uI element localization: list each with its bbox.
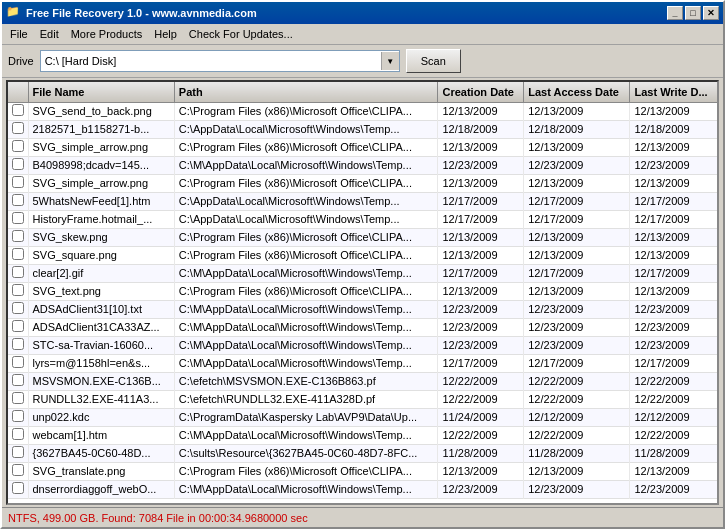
row-checkbox[interactable] bbox=[12, 392, 24, 404]
cell-creation: 12/22/2009 bbox=[438, 426, 524, 444]
cell-filename: ADSAdClient31[10].txt bbox=[28, 300, 174, 318]
row-checkbox[interactable] bbox=[12, 140, 24, 152]
main-window: 📁 Free File Recovery 1.0 - www.avnmedia.… bbox=[0, 0, 725, 529]
drive-combo[interactable]: C:\ [Hard Disk] ▼ bbox=[40, 50, 400, 72]
cell-write: 12/18/2009 bbox=[630, 120, 717, 138]
cell-filename: clear[2].gif bbox=[28, 264, 174, 282]
cell-write: 12/13/2009 bbox=[630, 228, 717, 246]
cell-path: C:\ProgramData\Kaspersky Lab\AVP9\Data\U… bbox=[174, 408, 438, 426]
cell-path: C:\M\AppData\Local\Microsoft\Windows\Tem… bbox=[174, 336, 438, 354]
row-checkbox[interactable] bbox=[12, 320, 24, 332]
cell-write: 11/28/2009 bbox=[630, 444, 717, 462]
maximize-button[interactable]: □ bbox=[685, 6, 701, 20]
cell-write: 12/17/2009 bbox=[630, 354, 717, 372]
row-checkbox[interactable] bbox=[12, 176, 24, 188]
row-checkbox[interactable] bbox=[12, 248, 24, 260]
cell-creation: 12/23/2009 bbox=[438, 156, 524, 174]
cell-access: 12/13/2009 bbox=[524, 138, 630, 156]
cell-creation: 12/13/2009 bbox=[438, 228, 524, 246]
cell-path: C:\M\AppData\Local\Microsoft\Windows\Tem… bbox=[174, 300, 438, 318]
cell-filename: webcam[1].htm bbox=[28, 426, 174, 444]
menu-item-check-updates[interactable]: Check For Updates... bbox=[183, 26, 299, 42]
cell-write: 12/12/2009 bbox=[630, 408, 717, 426]
cell-access: 12/23/2009 bbox=[524, 318, 630, 336]
row-checkbox[interactable] bbox=[12, 212, 24, 224]
row-checkbox[interactable] bbox=[12, 356, 24, 368]
row-checkbox[interactable] bbox=[12, 428, 24, 440]
cell-filename: SVG_text.png bbox=[28, 282, 174, 300]
row-checkbox[interactable] bbox=[12, 284, 24, 296]
menu-item-help[interactable]: Help bbox=[148, 26, 183, 42]
cell-creation: 12/22/2009 bbox=[438, 390, 524, 408]
table-row: SVG_send_to_back.pngC:\Program Files (x8… bbox=[8, 102, 717, 120]
cell-path: C:\M\AppData\Local\Microsoft\Windows\Tem… bbox=[174, 156, 438, 174]
table-row: unp022.kdcC:\ProgramData\Kaspersky Lab\A… bbox=[8, 408, 717, 426]
cell-creation: 12/13/2009 bbox=[438, 102, 524, 120]
table-row: SVG_text.pngC:\Program Files (x86)\Micro… bbox=[8, 282, 717, 300]
cell-path: C:\sults\Resource\{3627BA45-0C60-48D7-8F… bbox=[174, 444, 438, 462]
drive-combo-value: C:\ [Hard Disk] bbox=[45, 55, 381, 67]
row-checkbox[interactable] bbox=[12, 410, 24, 422]
col-header-path[interactable]: Path bbox=[174, 82, 438, 102]
cell-creation: 12/13/2009 bbox=[438, 462, 524, 480]
table-row: webcam[1].htmC:\M\AppData\Local\Microsof… bbox=[8, 426, 717, 444]
cell-access: 12/22/2009 bbox=[524, 372, 630, 390]
cell-path: C:\Program Files (x86)\Microsoft Office\… bbox=[174, 102, 438, 120]
cell-filename: SVG_simple_arrow.png bbox=[28, 174, 174, 192]
table-row: lyrs=m@1158hl=en&s...C:\M\AppData\Local\… bbox=[8, 354, 717, 372]
cell-filename: STC-sa-Travian-16060... bbox=[28, 336, 174, 354]
cell-write: 12/23/2009 bbox=[630, 336, 717, 354]
cell-write: 12/13/2009 bbox=[630, 102, 717, 120]
row-checkbox[interactable] bbox=[12, 122, 24, 134]
col-header-filename[interactable]: File Name bbox=[28, 82, 174, 102]
minimize-button[interactable]: _ bbox=[667, 6, 683, 20]
table-row: MSVSMON.EXE-C136B...C:\efetch\MSVSMON.EX… bbox=[8, 372, 717, 390]
menu-item-edit[interactable]: Edit bbox=[34, 26, 65, 42]
cell-creation: 12/13/2009 bbox=[438, 282, 524, 300]
drive-label: Drive bbox=[8, 55, 34, 67]
drive-combo-dropdown-icon[interactable]: ▼ bbox=[381, 52, 399, 70]
cell-access: 12/23/2009 bbox=[524, 480, 630, 498]
row-checkbox[interactable] bbox=[12, 464, 24, 476]
cell-filename: SVG_simple_arrow.png bbox=[28, 138, 174, 156]
cell-creation: 12/18/2009 bbox=[438, 120, 524, 138]
col-header-creation[interactable]: Creation Date bbox=[438, 82, 524, 102]
cell-filename: 5WhatsNewFeed[1].htm bbox=[28, 192, 174, 210]
cell-path: C:\M\AppData\Local\Microsoft\Windows\Tem… bbox=[174, 426, 438, 444]
row-checkbox[interactable] bbox=[12, 158, 24, 170]
table-row: 2182571_b1158271-b...C:\AppData\Local\Mi… bbox=[8, 120, 717, 138]
menu-item-more-products[interactable]: More Products bbox=[65, 26, 149, 42]
cell-creation: 11/28/2009 bbox=[438, 444, 524, 462]
close-button[interactable]: ✕ bbox=[703, 6, 719, 20]
table-row: B4098998;dcadv=145...C:\M\AppData\Local\… bbox=[8, 156, 717, 174]
row-checkbox[interactable] bbox=[12, 446, 24, 458]
col-header-check[interactable] bbox=[8, 82, 28, 102]
cell-filename: 2182571_b1158271-b... bbox=[28, 120, 174, 138]
row-checkbox[interactable] bbox=[12, 374, 24, 386]
col-header-access[interactable]: Last Access Date bbox=[524, 82, 630, 102]
cell-filename: {3627BA45-0C60-48D... bbox=[28, 444, 174, 462]
row-checkbox[interactable] bbox=[12, 230, 24, 242]
cell-creation: 12/17/2009 bbox=[438, 210, 524, 228]
cell-write: 12/17/2009 bbox=[630, 264, 717, 282]
row-checkbox[interactable] bbox=[12, 482, 24, 494]
row-checkbox[interactable] bbox=[12, 194, 24, 206]
row-checkbox[interactable] bbox=[12, 104, 24, 116]
col-header-write[interactable]: Last Write D... bbox=[630, 82, 717, 102]
file-table-container[interactable]: File Name Path Creation Date Last Access… bbox=[6, 80, 719, 505]
table-row: dnserrordiaggoff_webO...C:\M\AppData\Loc… bbox=[8, 480, 717, 498]
cell-path: C:\M\AppData\Local\Microsoft\Windows\Tem… bbox=[174, 318, 438, 336]
toolbar: Drive C:\ [Hard Disk] ▼ Scan bbox=[2, 45, 723, 78]
scan-button[interactable]: Scan bbox=[406, 49, 461, 73]
row-checkbox[interactable] bbox=[12, 302, 24, 314]
cell-path: C:\M\AppData\Local\Microsoft\Windows\Tem… bbox=[174, 354, 438, 372]
row-checkbox[interactable] bbox=[12, 338, 24, 350]
menu-item-file[interactable]: File bbox=[4, 26, 34, 42]
table-row: {3627BA45-0C60-48D...C:\sults\Resource\{… bbox=[8, 444, 717, 462]
cell-path: C:\Program Files (x86)\Microsoft Office\… bbox=[174, 228, 438, 246]
cell-access: 12/22/2009 bbox=[524, 426, 630, 444]
cell-access: 12/23/2009 bbox=[524, 336, 630, 354]
cell-write: 12/13/2009 bbox=[630, 462, 717, 480]
cell-write: 12/17/2009 bbox=[630, 210, 717, 228]
row-checkbox[interactable] bbox=[12, 266, 24, 278]
